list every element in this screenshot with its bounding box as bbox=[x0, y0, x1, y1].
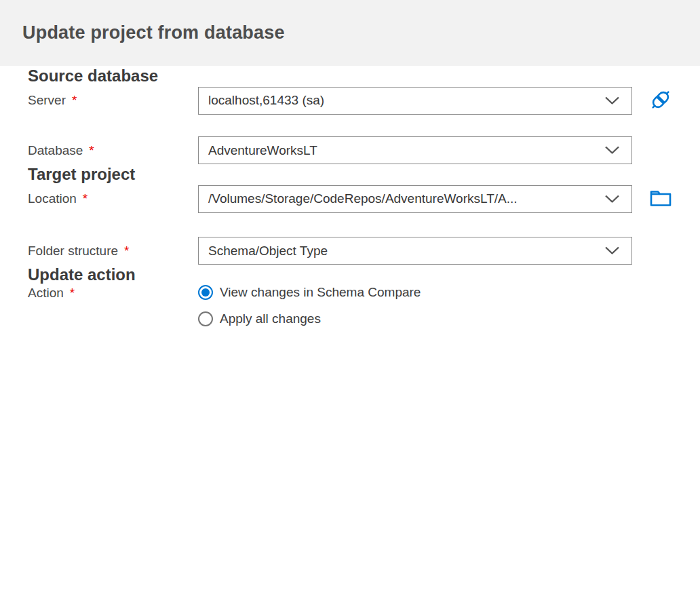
chevron-down-icon bbox=[604, 246, 620, 255]
chevron-down-icon bbox=[604, 96, 620, 105]
folder-structure-dropdown-value: Schema/Object Type bbox=[208, 244, 328, 259]
action-label: Action* bbox=[28, 285, 198, 301]
server-dropdown-value: localhost,61433 (sa) bbox=[208, 93, 324, 108]
folder-structure-dropdown[interactable]: Schema/Object Type bbox=[198, 237, 632, 265]
required-asterisk: * bbox=[124, 244, 129, 258]
server-dropdown[interactable]: localhost,61433 (sa) bbox=[198, 87, 632, 115]
required-asterisk: * bbox=[89, 143, 94, 157]
location-dropdown-value: /Volumes/Storage/CodeRepos/AdventureWork… bbox=[208, 191, 518, 206]
location-dropdown[interactable]: /Volumes/Storage/CodeRepos/AdventureWork… bbox=[198, 185, 632, 213]
folder-icon bbox=[648, 187, 673, 211]
required-asterisk: * bbox=[72, 93, 77, 107]
browse-folder-button[interactable] bbox=[646, 185, 675, 213]
connect-button[interactable] bbox=[646, 86, 675, 115]
chevron-down-icon bbox=[604, 146, 620, 155]
database-dropdown-value: AdventureWorksLT bbox=[208, 143, 317, 158]
page-title: Update project from database bbox=[22, 22, 285, 43]
chevron-down-icon bbox=[604, 195, 620, 204]
dialog-body: Source database Server* localhost,61433 … bbox=[0, 66, 700, 326]
folder-structure-label: Folder structure* bbox=[28, 244, 198, 259]
radio-option-label: Apply all changes bbox=[220, 311, 321, 326]
server-row: Server* localhost,61433 (sa) bbox=[28, 86, 672, 115]
radio-option-view-changes[interactable]: View changes in Schema Compare bbox=[198, 285, 421, 300]
radio-icon bbox=[198, 311, 213, 326]
section-title-target-project: Target project bbox=[28, 164, 672, 185]
database-row: Database* AdventureWorksLT bbox=[28, 136, 672, 164]
connect-plug-icon bbox=[646, 85, 675, 116]
radio-option-label: View changes in Schema Compare bbox=[220, 285, 421, 300]
action-row: Action* View changes in Schema Compare A… bbox=[28, 285, 672, 326]
action-radio-group: View changes in Schema Compare Apply all… bbox=[198, 285, 421, 326]
required-asterisk: * bbox=[83, 191, 88, 206]
database-dropdown[interactable]: AdventureWorksLT bbox=[198, 136, 632, 164]
radio-option-apply-all[interactable]: Apply all changes bbox=[198, 311, 421, 326]
section-title-source-database: Source database bbox=[28, 66, 672, 86]
folder-structure-row: Folder structure* Schema/Object Type bbox=[28, 237, 672, 265]
section-title-update-action: Update action bbox=[28, 265, 672, 285]
location-row: Location* /Volumes/Storage/CodeRepos/Adv… bbox=[28, 185, 672, 213]
location-label: Location* bbox=[28, 191, 198, 206]
database-label: Database* bbox=[28, 143, 198, 158]
required-asterisk: * bbox=[70, 286, 75, 300]
server-label: Server* bbox=[28, 93, 198, 108]
radio-icon bbox=[198, 285, 213, 300]
dialog-header: Update project from database bbox=[0, 0, 700, 66]
